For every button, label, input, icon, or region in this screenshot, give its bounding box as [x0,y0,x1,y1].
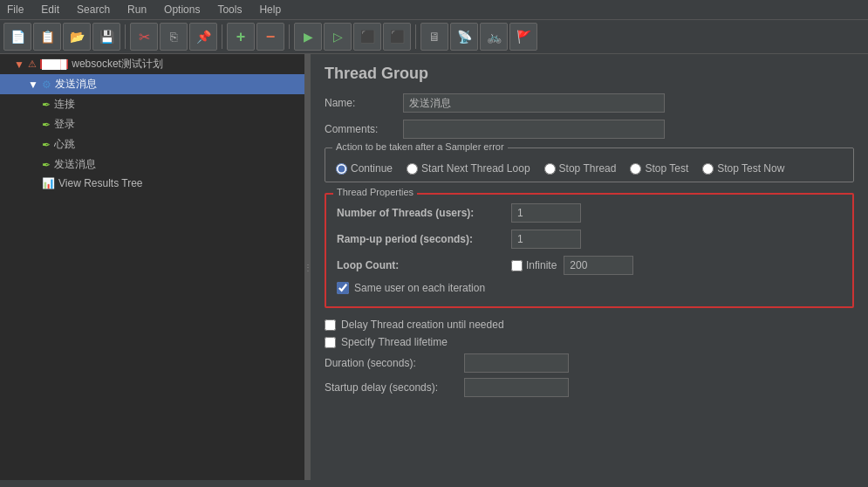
delay-creation-label: Delay Thread creation until needed [341,319,504,331]
menu-options[interactable]: Options [161,2,203,17]
stop-test-option[interactable]: Stop Test [630,162,688,175]
tree-thread-group-label: 发送消息 [55,77,97,92]
gear-expand-icon: ▼ [28,79,38,91]
stop-thread-label: Stop Thread [559,162,617,175]
save-icon [99,30,114,44]
same-user-row: Same user on each iteration [337,282,842,294]
tree-item-thread-group[interactable]: ▼ ⚙ 发送消息 [0,74,304,94]
menu-file[interactable]: File [3,2,27,17]
delay-creation-row: Delay Thread creation until needed [325,319,854,331]
save-button[interactable] [92,23,120,51]
script-icon-4: ✒ [42,159,51,171]
script-icon-2: ✒ [42,119,51,131]
menu-bar: File Edit Search Run Options Tools Help [0,0,868,20]
gear-icon: ⚙ [42,79,51,91]
startup-delay-label: Startup delay (seconds): [325,381,464,394]
template-button[interactable] [33,23,61,51]
left-panel: ▼ ⚠ ████ websocket测试计划 ▼ ⚙ 发送消息 ✒ 连接 ✒ 登… [0,54,305,480]
delay-creation-checkbox[interactable] [325,319,336,331]
delay-creation-option[interactable]: Delay Thread creation until needed [325,319,504,331]
loop-count-input[interactable] [564,256,633,275]
ramp-up-row: Ramp-up period (seconds): [337,230,842,249]
num-threads-input[interactable] [511,203,581,223]
menu-run[interactable]: Run [124,2,150,17]
num-threads-row: Number of Threads (users): [337,203,842,223]
warning-icon: ⚠ [28,58,37,70]
tree-root-label: websocket测试计划 [72,57,163,72]
remote-icon [428,30,441,44]
startup-delay-input[interactable] [464,378,569,397]
run-button[interactable] [294,23,322,51]
tree-item-login[interactable]: ✒ 登录 [0,114,304,134]
menu-edit[interactable]: Edit [38,2,63,17]
tree-item-results-tree[interactable]: 📊 View Results Tree [0,175,304,192]
paste-button[interactable] [189,23,217,51]
start-next-thread-loop-option[interactable]: Start Next Thread Loop [407,162,530,175]
cut-button[interactable] [130,23,158,51]
start-next-thread-loop-radio[interactable] [407,163,418,175]
panel-title: Thread Group [325,65,854,83]
stop-gray-button[interactable] [353,23,381,51]
stop-test-now-label: Stop Test Now [717,162,784,175]
ramp-up-label: Ramp-up period (seconds): [337,233,511,245]
comments-input[interactable] [403,120,665,139]
bike-button[interactable] [480,23,508,51]
menu-tools[interactable]: Tools [214,2,245,17]
new-button[interactable] [3,23,31,51]
tree-send-msg-label: 发送消息 [54,157,96,172]
specify-lifetime-checkbox[interactable] [325,337,336,348]
stop-test-now-radio[interactable] [702,163,714,175]
specify-lifetime-option[interactable]: Specify Thread lifetime [325,336,448,348]
loop-count-label: Loop Count: [337,259,511,271]
run-icon [304,30,313,44]
remote2-button[interactable] [450,23,478,51]
copy-button[interactable] [160,23,188,51]
tree-connect-label: 连接 [54,97,75,112]
stop-test-radio[interactable] [630,163,641,175]
action-radio-group: Continue Start Next Thread Loop Stop Thr… [336,162,843,175]
remote-button[interactable] [420,23,448,51]
tree-item-connect[interactable]: ✒ 连接 [0,94,304,114]
stop-gray-icon [360,30,375,44]
tree-item-heartbeat[interactable]: ✒ 心跳 [0,134,304,154]
continue-option[interactable]: Continue [336,162,393,175]
tree-item-send-msg[interactable]: ✒ 发送消息 [0,154,304,175]
collapse-icon [266,28,276,46]
collapse-button[interactable] [256,23,284,51]
duration-input[interactable] [464,353,569,373]
script-icon-1: ✒ [42,99,51,111]
template-icon [40,30,55,44]
comments-label: Comments: [325,123,403,135]
ramp-up-input[interactable] [511,230,581,249]
expand-button[interactable] [227,23,255,51]
stop-red-icon [390,30,405,44]
menu-help[interactable]: Help [256,2,284,17]
run-no-pause-button[interactable] [324,23,352,51]
tree-login-label: 登录 [54,117,75,132]
name-input[interactable] [403,93,665,113]
stop-thread-option[interactable]: Stop Thread [544,162,617,175]
script-icon-3: ✒ [42,139,51,151]
tree-heartbeat-label: 心跳 [54,137,75,152]
num-threads-label: Number of Threads (users): [337,207,511,219]
flag-button[interactable] [509,23,537,51]
stop-test-now-option[interactable]: Stop Test Now [702,162,784,175]
infinite-option[interactable]: Infinite [511,259,557,271]
stop-thread-radio[interactable] [544,163,556,175]
comments-row: Comments: [325,120,854,139]
toolbar [0,20,868,54]
open-button[interactable] [63,23,91,51]
same-user-checkbox[interactable] [337,282,349,294]
continue-radio[interactable] [336,163,347,175]
menu-search[interactable]: Search [73,2,113,17]
action-section-legend: Action to be taken after a Sampler error [332,141,508,152]
loop-count-row: Loop Count: Infinite [337,256,842,275]
infinite-label: Infinite [526,259,557,271]
tree-item-root[interactable]: ▼ ⚠ ████ websocket测试计划 [0,54,304,74]
startup-delay-row: Startup delay (seconds): [325,378,854,397]
flag-icon [516,30,531,44]
stop-red-button[interactable] [383,23,411,51]
infinite-checkbox[interactable] [511,260,523,271]
name-label: Name: [325,97,403,109]
same-user-option[interactable]: Same user on each iteration [337,282,485,294]
